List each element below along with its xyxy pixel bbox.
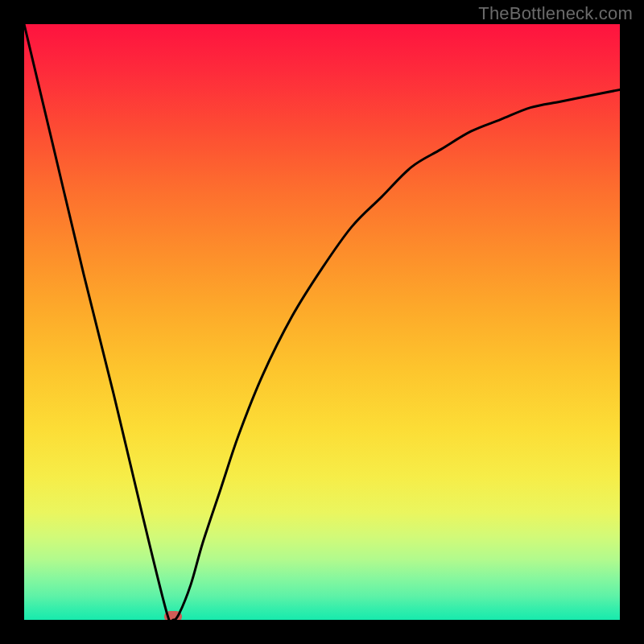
watermark-text: TheBottleneck.com — [478, 3, 633, 24]
bottleneck-curve — [24, 24, 620, 620]
chart-frame: TheBottleneck.com — [0, 0, 644, 644]
plot-area — [24, 24, 620, 620]
